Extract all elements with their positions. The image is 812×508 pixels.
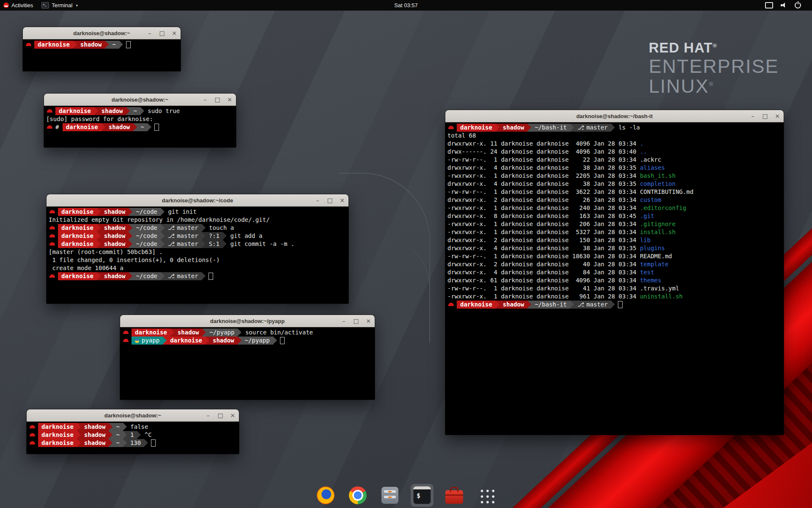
git-branch-icon: ⎇ <box>168 240 175 247</box>
prompt-segment-host: shadow <box>81 423 109 431</box>
prompt-segment-path: ~ <box>112 423 123 431</box>
minimize-button[interactable]: – <box>205 412 211 418</box>
minimize-button[interactable]: – <box>750 113 756 119</box>
minimize-button[interactable]: – <box>147 30 153 36</box>
prompt-segment-host: shadow <box>105 123 134 131</box>
dock-item-firefox[interactable] <box>314 484 337 507</box>
dock-item-files[interactable] <box>379 484 401 507</box>
terminal-cursor <box>126 41 131 48</box>
output-text: drwxrwxr-x. 4 darknoise darknoise 38 Jan… <box>447 180 640 187</box>
output-text: -rw-rw-r--. 1 darknoise darknoise 3622 J… <box>447 188 640 195</box>
close-button[interactable]: × <box>171 30 177 36</box>
prompt-segment-path: ~/pyapp <box>241 337 273 345</box>
powerline-separator-icon <box>202 224 206 232</box>
terminal-window-pyapp[interactable]: darknoise@shadow:~/pyapp – □ × darknoise… <box>120 315 375 400</box>
redhat-prompt-icon <box>49 226 55 229</box>
prompt-segment-user: darknoise <box>38 423 77 431</box>
maximize-button[interactable]: □ <box>327 197 333 203</box>
close-button[interactable]: × <box>227 97 233 102</box>
prompt-segment-path: ~/code <box>132 232 161 240</box>
prompt-segment-user: darknoise <box>132 329 170 337</box>
output-line: drwxrwxr-x. 4 darknoise darknoise 38 Jan… <box>447 244 782 252</box>
display-icon[interactable] <box>765 2 773 8</box>
filename-dir: test <box>640 269 654 276</box>
prompt-segment-path: ~/bash-it <box>531 124 570 132</box>
output-line: drwxrwxr-x. 11 darknoise darknoise 4096 … <box>447 140 782 148</box>
app-menu-terminal[interactable]: Terminal ▾ <box>41 2 78 8</box>
window-titlebar[interactable]: darknoise@shadow:~/bash-it – □ × <box>445 110 784 122</box>
terminal-window-bash-it[interactable]: darknoise@shadow:~/bash-it – □ × darknoi… <box>445 110 784 435</box>
terminal-window-code[interactable]: darknoise@shadow:~/code – □ × darknoises… <box>47 194 348 304</box>
window-titlebar[interactable]: darknoise@shadow:~ – □ × <box>23 27 181 39</box>
brand-line-enterprise: ENTERPRISE <box>649 57 779 77</box>
volume-icon[interactable] <box>781 3 787 8</box>
maximize-button[interactable]: □ <box>159 30 165 36</box>
terminal-content[interactable]: darknoiseshadow~ <box>23 39 181 71</box>
prompt-line: darknoiseshadow~1 ^C <box>29 431 237 439</box>
filename-dir: themes <box>640 277 661 284</box>
output-text: drwxrwxr-x. 11 darknoise darknoise 4096 … <box>447 140 640 147</box>
terminal-content[interactable]: darknoiseshadow~ sudo true[sudo] passwor… <box>44 106 236 147</box>
terminal-content[interactable]: darknoiseshadow~/code git initInitialize… <box>47 207 348 304</box>
close-button[interactable]: × <box>230 412 236 418</box>
system-status-area[interactable] <box>765 0 812 11</box>
maximize-button[interactable]: □ <box>353 318 359 324</box>
close-button[interactable]: × <box>339 197 345 203</box>
window-title: darknoise@shadow:~/bash-it <box>576 113 653 119</box>
dock-item-chrome[interactable] <box>346 484 369 507</box>
window-titlebar[interactable]: darknoise@shadow:~ – □ × <box>27 409 239 422</box>
powerline-separator-icon <box>94 107 98 115</box>
prompt-segment-git: ⎇master <box>165 240 202 248</box>
prompt-line: darknoiseshadow~ false <box>29 423 237 431</box>
powerline-separator-icon <box>161 224 165 232</box>
power-icon[interactable] <box>795 2 801 8</box>
window-titlebar[interactable]: darknoise@shadow:~/pyapp – □ × <box>120 315 375 327</box>
terminal-content[interactable]: darknoiseshadow~/pyapp source bin/activa… <box>120 327 375 400</box>
output-line: -rw-rw-r--. 1 darknoise darknoise 41 Jan… <box>447 284 782 293</box>
output-line: drwxrwxr-x. 2 darknoise darknoise 26 Jan… <box>447 196 782 204</box>
toolbox-icon <box>445 490 463 504</box>
minimize-button[interactable]: – <box>315 197 321 203</box>
close-button[interactable]: × <box>365 318 371 324</box>
clock[interactable]: Sat 03:57 <box>394 2 418 8</box>
terminal-content[interactable]: darknoiseshadow~ falsedarknoiseshadow~1 … <box>27 422 239 454</box>
command-text: git init <box>165 208 197 215</box>
prompt-segment-path: ~/code <box>132 208 161 216</box>
filename-exec: bash_it.sh <box>640 172 675 179</box>
brand-line-redhat: RED HAT® <box>649 41 779 55</box>
powerline-separator-icon <box>223 240 227 248</box>
window-titlebar[interactable]: darknoise@shadow:~ – □ × <box>44 94 236 106</box>
terminal-window-sudo[interactable]: darknoise@shadow:~ – □ × darknoiseshadow… <box>44 94 236 147</box>
prompt-segment-path: ~ <box>130 107 140 115</box>
window-titlebar[interactable]: darknoise@shadow:~/code – □ × <box>47 194 348 207</box>
prompt-segment-git: ⎇master <box>165 232 202 240</box>
minimize-button[interactable]: – <box>341 318 347 324</box>
terminal-content[interactable]: darknoiseshadow~/bash-it⎇master ls -lato… <box>445 122 784 435</box>
dock-item-toolbox[interactable] <box>443 484 466 507</box>
filename-exec: uninstall.sh <box>640 293 683 300</box>
powerline-separator-icon <box>133 123 137 131</box>
prompt-segment-git: ⎇master <box>165 272 202 280</box>
redhat-prompt-icon <box>30 425 35 428</box>
redhat-prompt-icon <box>123 331 129 334</box>
powerline-separator-icon <box>527 124 531 132</box>
dock-item-terminal[interactable] <box>411 484 433 507</box>
activities-button[interactable]: Activities <box>3 2 33 8</box>
maximize-button[interactable]: □ <box>762 113 768 119</box>
terminal-window-home-2[interactable]: darknoise@shadow:~ – □ × darknoiseshadow… <box>27 409 239 454</box>
maximize-button[interactable]: □ <box>217 412 223 418</box>
maximize-button[interactable]: □ <box>214 97 220 102</box>
filename-dir: custom <box>640 196 661 203</box>
output-text: drwxrwxr-x. 4 darknoise darknoise 38 Jan… <box>447 245 640 251</box>
terminal-window-home-1[interactable]: darknoise@shadow:~ – □ × darknoiseshadow… <box>23 27 181 71</box>
redhat-prompt-icon <box>123 339 129 342</box>
terminal-cursor <box>208 273 213 280</box>
prompt-segment-host: shadow <box>499 124 528 132</box>
redhat-prompt-icon <box>49 274 55 278</box>
minimize-button[interactable]: – <box>202 97 208 102</box>
filename-file: CONTRIBUTING.md <box>640 188 693 195</box>
close-button[interactable]: × <box>774 113 780 119</box>
dock-item-app-grid[interactable] <box>475 484 498 507</box>
files-icon <box>381 487 398 504</box>
output-text: drwxrwxr-x. 8 darknoise darknoise 163 Ja… <box>447 213 640 219</box>
